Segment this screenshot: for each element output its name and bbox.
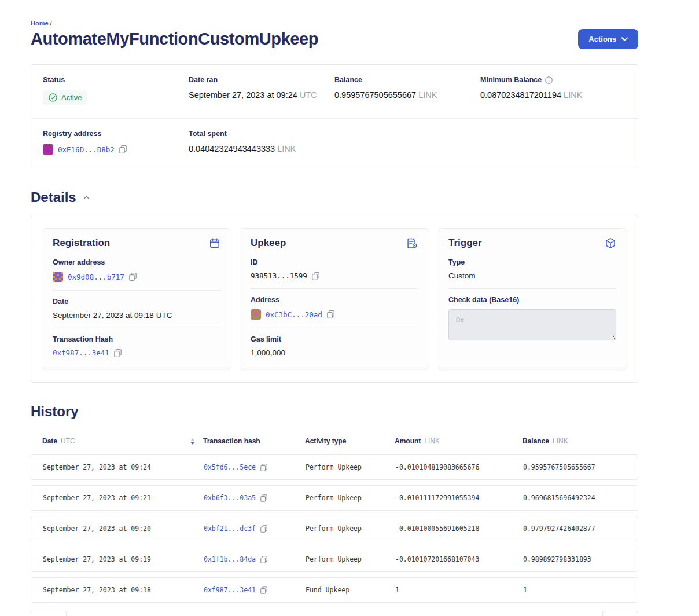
row-balance: 1 (523, 586, 626, 594)
status-badge: Active (43, 90, 87, 105)
check-data-label: Check data (Base16) (448, 296, 616, 304)
copy-icon[interactable] (260, 586, 267, 594)
total-spent-label: Total spent (189, 130, 334, 138)
col-amount-suffix: LINK (424, 437, 440, 445)
registration-card: Registration Owner address 0x9d08...b717 (43, 228, 230, 369)
breadcrumb-home-link[interactable]: Home (31, 20, 49, 27)
row-amount: 1 (395, 586, 523, 594)
row-activity: Fund Upkeep (306, 586, 395, 594)
total-spent-suffix: LINK (277, 144, 296, 153)
pagination: Prev Showing 1 to 5 of 5 entries Next (31, 611, 638, 616)
trigger-type-label: Type (448, 258, 616, 266)
history-table-body: September 27, 2023 at 09:24 0x5fd6...5ec… (31, 454, 638, 603)
copy-icon[interactable] (260, 556, 267, 563)
date-ran-suffix: UTC (300, 90, 317, 100)
registry-address-link[interactable]: 0xE16D...D8b2 (58, 145, 115, 154)
table-row: September 27, 2023 at 09:18 0xf987...3e4… (31, 577, 638, 603)
owner-address-link[interactable]: 0x9d08...b717 (68, 273, 124, 281)
upkeep-address-link[interactable]: 0xC3bC...20ad (266, 310, 322, 319)
check-data-input[interactable] (448, 309, 616, 340)
table-row: September 27, 2023 at 09:20 0xbf21...dc3… (31, 516, 638, 541)
history-table-header: Date UTC Transaction hash Activity type … (31, 429, 638, 454)
copy-icon[interactable] (260, 525, 267, 533)
history-heading: History (31, 404, 638, 420)
actions-button-label: Actions (588, 35, 616, 43)
copy-icon[interactable] (119, 145, 127, 153)
gas-limit-value: 1,000,000 (251, 349, 418, 357)
col-tx-label: Transaction hash (203, 437, 260, 445)
table-row: September 27, 2023 at 09:19 0x1f1b...84d… (31, 547, 638, 572)
registry-identicon (43, 144, 53, 155)
col-balance-label: Balance (523, 437, 549, 445)
owner-identicon (53, 272, 63, 282)
actions-button[interactable]: Actions (578, 29, 638, 49)
col-balance-suffix: LINK (553, 437, 568, 445)
col-activity-label: Activity type (305, 437, 346, 445)
balance-field: Balance 0.9595767505655667 LINK (334, 76, 480, 105)
gas-limit-label: Gas limit (251, 335, 418, 343)
min-balance-field: Minimum Balance 0.0870234817201194 LINK (480, 76, 626, 105)
upkeep-id-label: ID (251, 258, 418, 266)
upkeep-id-value: 938513...1599 (251, 272, 307, 280)
registration-date-section: Date September 27, 2023 at 09:18 UTC (53, 291, 220, 328)
row-amount: -0.010111172991055394 (395, 494, 523, 502)
row-date: September 27, 2023 at 09:24 (43, 463, 204, 471)
cube-icon (605, 237, 616, 249)
trigger-type-value: Custom (448, 272, 616, 280)
check-circle-icon (49, 93, 57, 102)
total-spent-value: 0.04042324943443333 (189, 144, 275, 153)
copy-icon[interactable] (260, 464, 267, 471)
check-data-section: Check data (Base16) (448, 289, 616, 345)
copy-icon[interactable] (327, 310, 334, 318)
status-badge-label: Active (61, 93, 82, 102)
details-section: Registration Owner address 0x9d08...b717 (31, 215, 638, 383)
upkeep-address-identicon (251, 309, 261, 320)
gas-limit-section: Gas limit 1,000,000 (251, 328, 418, 360)
upkeep-address-section: Address 0xC3bC...20ad (251, 289, 418, 328)
row-date: September 27, 2023 at 09:20 (43, 525, 204, 533)
upkeep-title: Upkeep (251, 237, 286, 249)
row-activity: Perform Upkeep (306, 555, 395, 563)
row-date: September 27, 2023 at 09:21 (43, 494, 204, 502)
row-tx-link[interactable]: 0xbf21...dc3f (204, 525, 256, 533)
chevron-down-icon (621, 37, 628, 41)
table-row: September 27, 2023 at 09:21 0xb6f3...03a… (31, 485, 638, 511)
registry-label: Registry address (43, 130, 189, 138)
trigger-card: Trigger Type Custom Check data (Base16) (439, 228, 626, 369)
prev-button[interactable]: Prev (31, 611, 67, 616)
row-tx-link[interactable]: 0xb6f3...03a5 (204, 494, 256, 502)
total-spent-field: Total spent 0.04042324943443333 LINK (189, 130, 334, 155)
balance-label: Balance (334, 76, 480, 84)
row-tx-link[interactable]: 0x5fd6...5ece (204, 463, 256, 471)
summary-card: Status Active Date ran September 27, 202… (31, 64, 638, 168)
row-tx-link[interactable]: 0xf987...3e41 (204, 586, 256, 594)
min-balance-value: 0.0870234817201194 (480, 90, 561, 100)
col-date-label: Date (42, 437, 57, 445)
details-heading: Details (31, 189, 638, 206)
registration-tx-link[interactable]: 0xf987...3e41 (53, 349, 109, 357)
row-amount: -0.010104819083665676 (395, 463, 523, 471)
chevron-up-icon[interactable] (82, 195, 91, 201)
copy-icon[interactable] (129, 273, 137, 281)
owner-address-section: Owner address 0x9d08...b717 (53, 251, 220, 291)
row-balance: 0.9797927426402877 (523, 525, 626, 533)
row-tx-link[interactable]: 0x1f1b...84da (204, 555, 256, 563)
copy-icon[interactable] (114, 349, 122, 357)
registration-title: Registration (53, 237, 110, 249)
row-amount: -0.010100055691605218 (395, 525, 523, 533)
history-heading-label: History (31, 404, 79, 420)
breadcrumb-separator: / (50, 20, 52, 27)
row-balance: 0.9696815696492324 (523, 494, 626, 502)
registration-date-label: Date (53, 298, 220, 306)
row-activity: Perform Upkeep (306, 525, 395, 533)
min-balance-label: Minimum Balance (480, 76, 542, 84)
info-icon[interactable] (545, 76, 553, 84)
copy-icon[interactable] (260, 494, 267, 502)
date-ran-field: Date ran September 27, 2023 at 09:24 UTC (189, 76, 334, 105)
status-label: Status (43, 76, 189, 84)
next-button[interactable]: Next (602, 611, 638, 616)
sort-icon[interactable] (190, 438, 195, 445)
copy-icon[interactable] (312, 272, 319, 280)
registry-field: Registry address 0xE16D...D8b2 (43, 130, 189, 155)
balance-value: 0.9595767505655667 (334, 90, 416, 100)
